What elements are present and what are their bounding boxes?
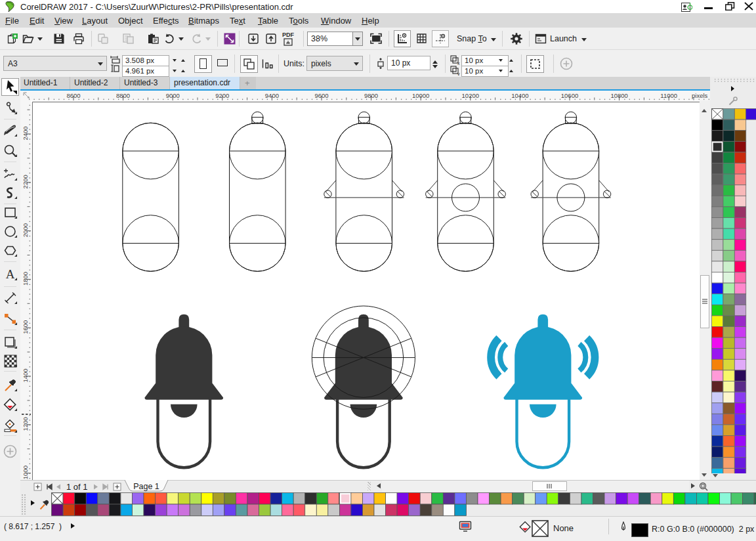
svg-text:9000: 9000: [166, 92, 180, 99]
svg-text:8800: 8800: [116, 92, 130, 99]
svg-text:1 of 1: 1 of 1: [66, 482, 88, 492]
svg-text:9200: 9200: [215, 92, 229, 99]
svg-text:Page 1: Page 1: [133, 482, 159, 491]
svg-text:1800: 1800: [22, 272, 29, 286]
svg-text:1600: 1600: [22, 320, 29, 334]
svg-text:9600: 9600: [314, 92, 328, 99]
svg-text:9800: 9800: [364, 92, 378, 99]
svg-text:10400: 10400: [511, 92, 528, 99]
svg-text:1000: 1000: [22, 465, 29, 479]
svg-text:8600: 8600: [66, 92, 80, 99]
svg-text:1400: 1400: [22, 368, 29, 382]
svg-text:9400: 9400: [265, 92, 279, 99]
svg-text:10000: 10000: [412, 92, 429, 99]
svg-text:2000: 2000: [22, 223, 29, 237]
svg-text:10600: 10600: [561, 92, 578, 99]
svg-text:2400: 2400: [22, 126, 29, 140]
svg-text:11000: 11000: [660, 92, 677, 99]
svg-text:pixels: pixels: [692, 92, 708, 99]
svg-text:10800: 10800: [610, 92, 627, 99]
svg-text:y: y: [457, 72, 460, 76]
svg-text:2200: 2200: [22, 175, 29, 188]
svg-text:A: A: [5, 267, 14, 281]
svg-text:x: x: [457, 61, 460, 65]
svg-text:1200: 1200: [22, 417, 29, 431]
svg-text:10200: 10200: [462, 92, 479, 99]
